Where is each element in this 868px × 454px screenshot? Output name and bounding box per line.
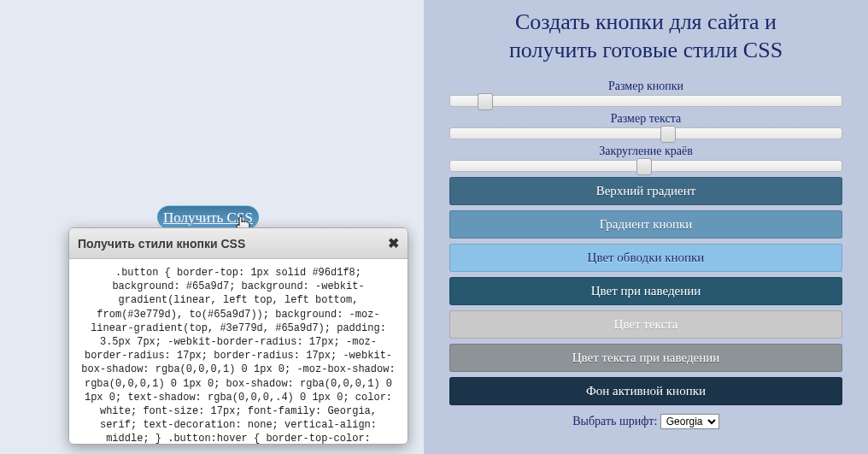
css-output[interactable]: .button { border-top: 1px solid #96d1f8;… — [69, 259, 408, 444]
color-text[interactable]: Цвет текста — [449, 310, 842, 339]
css-dialog-title: Получить стили кнопки CSS — [78, 237, 245, 251]
color-hover[interactable]: Цвет при наведении — [449, 277, 842, 305]
slider-size-thumb[interactable] — [478, 93, 493, 110]
slider-text-thumb[interactable] — [660, 126, 676, 143]
preview-panel: Получить CSS Получить стили кнопки CSS ✖… — [0, 0, 424, 454]
color-button-gradient[interactable]: Градиент кнопки — [449, 210, 842, 239]
color-top-gradient[interactable]: Верхний градиент — [449, 177, 842, 205]
slider-size[interactable] — [449, 95, 842, 107]
slider-radius-thumb[interactable] — [636, 158, 652, 175]
slider-text[interactable] — [449, 127, 842, 139]
close-icon[interactable]: ✖ — [388, 235, 399, 251]
css-dialog-header[interactable]: Получить стили кнопки CSS ✖ — [69, 228, 408, 259]
css-dialog: Получить стили кнопки CSS ✖ .button { bo… — [68, 227, 408, 445]
page-title-line2: получить готовые стили CSS — [509, 38, 783, 62]
slider-radius[interactable] — [449, 160, 842, 172]
slider-label-text: Размер текста — [441, 112, 851, 126]
color-text-hover[interactable]: Цвет текста при наведении — [449, 344, 842, 372]
page-title-line1: Создать кнопки для сайта и — [515, 9, 777, 34]
slider-label-size: Размер кнопки — [441, 80, 851, 93]
font-row: Выбрать шрифт: Georgia — [441, 414, 851, 429]
slider-label-radius: Закругление краёв — [441, 144, 851, 158]
page-title: Создать кнопки для сайта и получить гото… — [441, 9, 851, 64]
controls-panel: Создать кнопки для сайта и получить гото… — [424, 0, 868, 454]
font-select[interactable]: Georgia — [660, 414, 719, 429]
color-active-bg[interactable]: Фон активной кнопки — [449, 377, 842, 405]
color-border[interactable]: Цвет обводки кнопки — [449, 244, 842, 272]
preview-button[interactable]: Получить CSS — [157, 205, 259, 229]
font-label: Выбрать шрифт: — [572, 415, 657, 427]
